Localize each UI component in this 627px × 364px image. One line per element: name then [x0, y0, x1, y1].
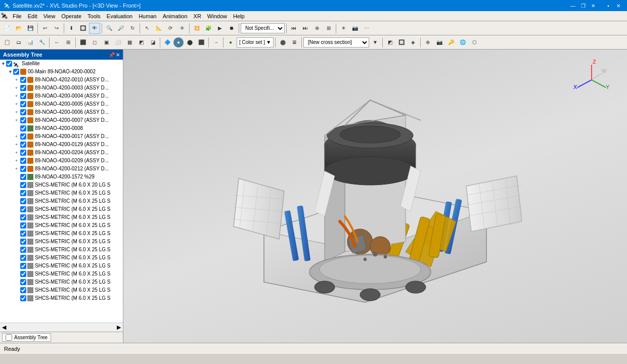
tree-item-10[interactable]: +89-NOAO-4200-0129 (ASSY D... — [0, 141, 123, 149]
tree-item-11[interactable]: +89-NOAO-4200-0204 (ASSY D... — [0, 149, 123, 157]
select-btn[interactable]: ↖ — [142, 23, 153, 34]
t2-cs-btn[interactable]: ▼ — [370, 37, 381, 48]
tree-check-9[interactable] — [20, 133, 26, 140]
tree-item-16[interactable]: SHCS-METRIC (M 6.0 X 25 LG S — [0, 189, 123, 197]
close-button[interactable]: ✕ — [589, 2, 598, 10]
axis-btn[interactable]: ⊞ — [323, 23, 334, 34]
new-btn[interactable]: 📄 — [2, 23, 13, 34]
camera-btn[interactable]: 📷 — [349, 23, 361, 34]
t2-surface[interactable]: ⬛ — [196, 37, 207, 48]
tree-check-1[interactable] — [13, 69, 19, 75]
tree-item-5[interactable]: +89-NOAO-4200-0005 (ASSY D... — [0, 100, 123, 108]
tree-item-1[interactable]: ▼00-Main 89-NOAO-4200-0002 — [0, 68, 123, 76]
tree-item-2[interactable]: +89-NOAO-4202-0010 (ASSY D... — [0, 76, 123, 84]
open-btn[interactable]: 📂 — [13, 23, 24, 34]
t2-cube7[interactable]: ◪ — [147, 37, 158, 48]
t2-cube6[interactable]: ◩ — [136, 37, 147, 48]
tree-item-18[interactable]: SHCS-METRIC (M 6.0 X 25 LG S — [0, 205, 123, 213]
tree-check-5[interactable] — [20, 101, 26, 107]
measure-btn[interactable]: 📐 — [153, 23, 164, 34]
t2-solid1[interactable]: ● — [173, 37, 184, 48]
tree-item-19[interactable]: SHCS-METRIC (M 6.0 X 25 LG S — [0, 213, 123, 221]
tree-item-4[interactable]: +89-NOAO-4200-0004 (ASSY D... — [0, 92, 123, 100]
menu-window[interactable]: Window — [204, 12, 230, 20]
t2-cs2[interactable]: 🔲 — [396, 37, 407, 48]
viewport[interactable]: Z Y X W — [123, 50, 627, 343]
t2-monitor[interactable]: 🖥 — [289, 37, 300, 48]
tree-check-24[interactable] — [20, 255, 26, 261]
zoom-fit-btn[interactable]: 🔍 — [104, 23, 115, 34]
scroll-left[interactable]: ◀ — [2, 324, 6, 331]
tree-item-25[interactable]: SHCS-METRIC (M 6.0 X 25 LG S — [0, 262, 123, 270]
refresh-btn[interactable]: ↻ — [127, 23, 138, 34]
tree-check-23[interactable] — [20, 247, 26, 253]
tree-check-2[interactable] — [20, 77, 26, 83]
tree-check-12[interactable] — [20, 158, 26, 164]
rotate-btn[interactable]: ⟳ — [165, 23, 176, 34]
t2-btn3[interactable]: 📊 — [25, 37, 36, 48]
tree-check-20[interactable] — [20, 222, 26, 229]
menu-help[interactable]: Help — [230, 12, 248, 20]
tree-expander-0[interactable]: ▼ — [1, 60, 6, 68]
subwin-close-button[interactable]: ✕ — [614, 2, 623, 10]
tree-item-13[interactable]: +89-NOAO-4200-0212 (ASSY D... — [0, 165, 123, 173]
tree-item-6[interactable]: +89-NOAO-4200-0006 (ASSY D... — [0, 108, 123, 116]
t2-sphere[interactable]: ⬤ — [277, 37, 288, 48]
tree-expander-3[interactable]: + — [15, 84, 20, 92]
tree-expander-9[interactable]: + — [15, 132, 20, 141]
t2-cs8[interactable]: ⬡ — [469, 37, 480, 48]
t2-cube3[interactable]: ▣ — [101, 37, 112, 48]
record-btn[interactable]: ⏺ — [226, 23, 237, 34]
sidebar-pin-btn[interactable]: 📌 — [109, 52, 115, 58]
tree-expander-4[interactable]: + — [15, 92, 20, 100]
anim-btn[interactable]: ▶ — [214, 23, 226, 34]
sidebar-close-btn[interactable]: ✕ — [116, 52, 120, 58]
more-btn[interactable]: ⋯ — [361, 23, 372, 34]
tree-expander-7[interactable]: + — [15, 116, 20, 124]
tree-check-4[interactable] — [20, 93, 26, 99]
tree-item-12[interactable]: +89-NOAO-4200-0209 (ASSY D... — [0, 157, 123, 165]
tree-check-21[interactable] — [20, 231, 26, 237]
tree-item-28[interactable]: SHCS-METRIC (M 6.0 X 25 LG S — [0, 286, 123, 294]
tree-item-14[interactable]: 89-NOAO-4200-1572 %29 — [0, 173, 123, 181]
restore-button[interactable]: ❐ — [578, 2, 588, 10]
tree-expander-6[interactable]: + — [15, 108, 20, 116]
undo-btn[interactable]: ↩ — [39, 23, 51, 34]
menu-evaluation[interactable]: Evaluation — [104, 12, 136, 20]
tree-check-11[interactable] — [20, 150, 26, 156]
save-btn[interactable]: 💾 — [25, 23, 36, 34]
menu-tools[interactable]: Tools — [84, 12, 104, 20]
t2-cs4[interactable]: ⊕ — [422, 37, 433, 48]
tree-check-19[interactable] — [20, 214, 26, 220]
tree-check-16[interactable] — [20, 190, 26, 196]
tree-item-7[interactable]: +89-NOAO-4200-0007 (ASSY D... — [0, 116, 123, 124]
t2-cube4[interactable]: ⬜ — [112, 37, 123, 48]
t2-cube2[interactable]: ◻ — [89, 37, 100, 48]
tree-content[interactable]: ▼🛰Satellite▼00-Main 89-NOAO-4200-0002+89… — [0, 60, 123, 323]
tree-check-18[interactable] — [20, 206, 26, 212]
tree-expander-10[interactable]: + — [15, 141, 20, 149]
tree-check-17[interactable] — [20, 198, 26, 204]
light-btn[interactable]: ☀ — [338, 23, 349, 34]
tree-check-3[interactable] — [20, 85, 26, 91]
tree-item-24[interactable]: SHCS-METRIC (M 6.0 X 25 LG S — [0, 254, 123, 262]
tree-item-0[interactable]: ▼🛰Satellite — [0, 60, 123, 68]
snap-btn[interactable]: ⊕ — [311, 23, 323, 34]
tree-item-15[interactable]: SHCS-METRIC (M 6.0 X 20 LG S — [0, 181, 123, 189]
tree-item-27[interactable]: SHCS-METRIC (M 6.0 X 25 LG S — [0, 278, 123, 286]
t2-cube1[interactable]: ⬛ — [77, 37, 88, 48]
zoom-in-btn[interactable]: 🔎 — [115, 23, 126, 34]
tree-item-9[interactable]: +89-NOAO-4200-0017 (ASSY D... — [0, 132, 123, 141]
tree-expander-2[interactable]: + — [15, 76, 20, 84]
t2-arrow[interactable]: → — [210, 37, 221, 48]
explode-btn[interactable]: 💥 — [191, 23, 202, 34]
tree-check-6[interactable] — [20, 109, 26, 115]
menu-file[interactable]: File — [10, 12, 25, 20]
t2-wire[interactable]: 🔷 — [162, 37, 173, 48]
tree-check-27[interactable] — [20, 279, 26, 285]
redo-btn[interactable]: ↪ — [51, 23, 62, 34]
t2-green[interactable]: ● — [225, 37, 236, 48]
subwin-restore-button[interactable]: ▪ — [604, 2, 613, 10]
tree-check-29[interactable] — [20, 295, 26, 301]
tree-check-0[interactable] — [6, 61, 12, 67]
